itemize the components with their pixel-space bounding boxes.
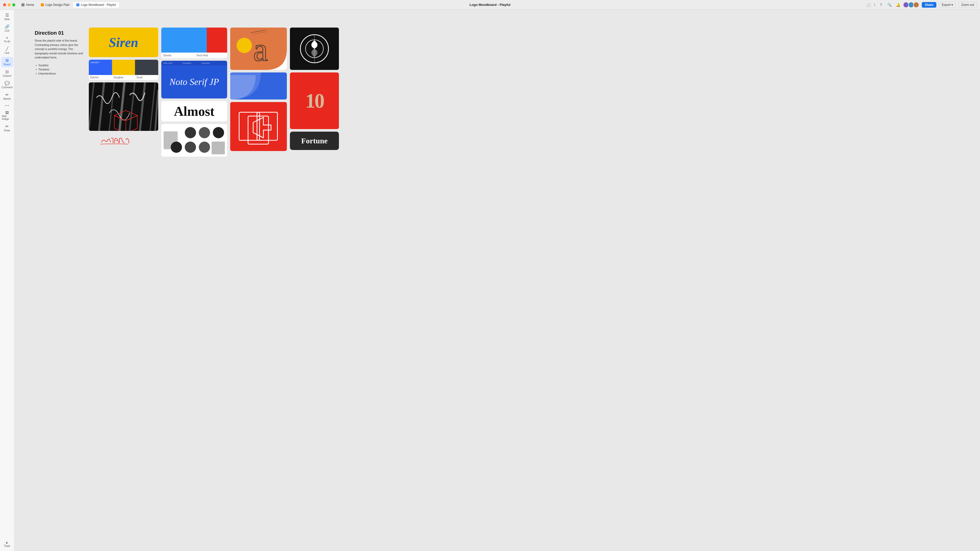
svg-point-15: [213, 127, 224, 138]
palette-row: #2F63F7: [89, 60, 158, 75]
sidebar-item-note[interactable]: ☰ Note: [1, 12, 13, 22]
direction-panel: Direction 01 Show the playful side of th…: [35, 27, 86, 157]
trait-unpretentious: Unpretentious: [35, 71, 86, 76]
svg-point-14: [199, 127, 210, 138]
handwriting-svg: [89, 133, 158, 146]
bell-icon[interactable]: 🔔: [895, 2, 901, 8]
window-title: Logo Moodboard - Playful: [469, 3, 511, 6]
siren-text: Siren: [109, 35, 138, 50]
column-2: Electric Torch Red Noto Serif Founders U…: [161, 27, 227, 157]
column-3: a: [230, 27, 287, 157]
sidebar-item-addimage[interactable]: 🖼 Add Image: [1, 110, 13, 122]
sidebar-item-addimage-label: Add Image: [2, 115, 12, 121]
almost-card: Almost: [161, 101, 227, 121]
maximize-button[interactable]: [12, 3, 15, 6]
sidebar-item-todo-label: To-do: [4, 40, 10, 43]
swatch-electric: #2F63F7: [89, 60, 112, 75]
zoom-out-button[interactable]: Zoom out: [958, 2, 977, 8]
noto-header-item-1: Founders: [183, 62, 191, 64]
sidebar-item-line[interactable]: ╱ Line: [1, 45, 13, 56]
fortune-card: Fortune: [290, 132, 339, 150]
trash-icon: 🗑: [6, 541, 8, 544]
sidebar-item-link-label: Link: [5, 29, 9, 32]
direction-description: Show the playful side of the brand. Cont…: [35, 38, 86, 60]
tab-moodboard[interactable]: Logo Moodboard - Playful: [73, 2, 119, 8]
swatch-sunglow: [112, 60, 135, 75]
label-sunglow: Sunglow: [112, 75, 135, 80]
label-dusk: Dusk: [135, 75, 158, 80]
noto-header-item-0: Noto Serif: [163, 62, 172, 64]
palette-code: #2F63F7: [90, 61, 100, 64]
tab-bar: Home Logo Design Plan Logo Moodboard - P…: [18, 2, 119, 8]
almost-text: Almost: [174, 104, 215, 119]
close-button[interactable]: [3, 3, 6, 6]
comment-icon: 💬: [5, 81, 10, 86]
sketch-icon: ✏: [5, 93, 9, 97]
sidebar-item-board[interactable]: ⊞ Board: [1, 57, 13, 67]
sidebar-item-todo[interactable]: ≡ To-do: [1, 35, 13, 44]
tab-home-label: Home: [26, 3, 34, 6]
titlebar: Home Logo Design Plan Logo Moodboard - P…: [0, 0, 980, 10]
trash-button[interactable]: 🗑 Trash: [3, 540, 11, 549]
addimage-icon: 🖼: [5, 111, 9, 114]
tab-plan[interactable]: Logo Design Plan: [38, 2, 73, 8]
more-icon: • • •: [5, 104, 9, 107]
search-icon[interactable]: 🔍: [886, 2, 893, 8]
dots-svg: [164, 126, 225, 154]
sidebar-item-link[interactable]: 🔗 Link: [1, 23, 13, 34]
orange-typo-card: a: [230, 27, 287, 70]
direction-traits: Youthful Timeless Unpretentious: [35, 63, 86, 76]
dots-card: [161, 124, 227, 157]
sidebar-item-sketch-label: Sketch: [3, 97, 11, 100]
sidebar-item-column-label: Column: [3, 75, 11, 77]
orange-typo-svg: a: [230, 27, 287, 70]
note-icon: ☰: [5, 13, 9, 17]
dc-logo-svg: [230, 102, 287, 151]
notification-count: 1: [874, 3, 875, 6]
sidebar-item-note-label: Note: [4, 18, 10, 21]
sidebar-item-draw[interactable]: ✏ Draw: [1, 123, 13, 133]
avatar-group: [904, 2, 919, 8]
home-icon: [21, 3, 24, 6]
moodboard-icon: [76, 3, 80, 6]
moodboard: Direction 01 Show the playful side of th…: [35, 27, 339, 157]
minimize-button[interactable]: [8, 3, 11, 6]
black-circle-card: [290, 27, 339, 70]
svg-point-18: [199, 141, 210, 153]
share-button[interactable]: Share: [922, 2, 936, 8]
sketch-texture: [89, 83, 158, 131]
avatar-3: [913, 2, 919, 8]
swatch-electric-color: [161, 27, 207, 52]
sidebar-item-sketch[interactable]: ✏ Sketch: [1, 91, 13, 102]
blue-shape-svg: [230, 73, 287, 100]
swatch-top: [161, 27, 227, 52]
svg-text:a: a: [253, 31, 268, 68]
column-1: Siren #2F63F7 Electric Sunglow Dusk: [89, 27, 158, 157]
black-circle-svg: [290, 27, 339, 70]
main-canvas[interactable]: Direction 01 Show the playful side of th…: [14, 10, 980, 551]
tab-plan-label: Logo Design Plan: [45, 3, 70, 6]
sidebar-item-comment-label: Comment: [2, 86, 13, 89]
palette-labels: Electric Sunglow Dusk: [89, 75, 158, 80]
trash-label: Trash: [4, 545, 10, 548]
svg-rect-19: [212, 141, 225, 154]
sidebar-item-board-label: Board: [3, 63, 11, 66]
swatch-dusk: [135, 60, 158, 75]
sketch-card: [89, 83, 158, 131]
sidebar-item-column[interactable]: ⊟ Column: [1, 68, 13, 79]
tablet-icon[interactable]: ⬜: [865, 2, 871, 8]
noto-body: Noto Serif JP: [161, 65, 227, 98]
sidebar-item-more[interactable]: • • •: [1, 103, 13, 108]
number-card: 10: [290, 73, 339, 129]
label-electric: Electric: [89, 75, 112, 80]
trait-timeless: Timeless: [35, 67, 86, 71]
export-button[interactable]: Export ▾: [939, 2, 956, 8]
swatch-electric-label: Electric: [161, 53, 194, 58]
sidebar-item-comment[interactable]: 💬 Comment: [1, 80, 13, 90]
help-icon[interactable]: ?: [878, 2, 884, 8]
noto-header-item-2: Unsorted: [201, 62, 210, 64]
number-text: 10: [305, 89, 324, 113]
direction-title: Direction 01: [35, 30, 86, 36]
noto-text: Noto Serif JP: [169, 76, 219, 87]
tab-home[interactable]: Home: [18, 2, 37, 8]
